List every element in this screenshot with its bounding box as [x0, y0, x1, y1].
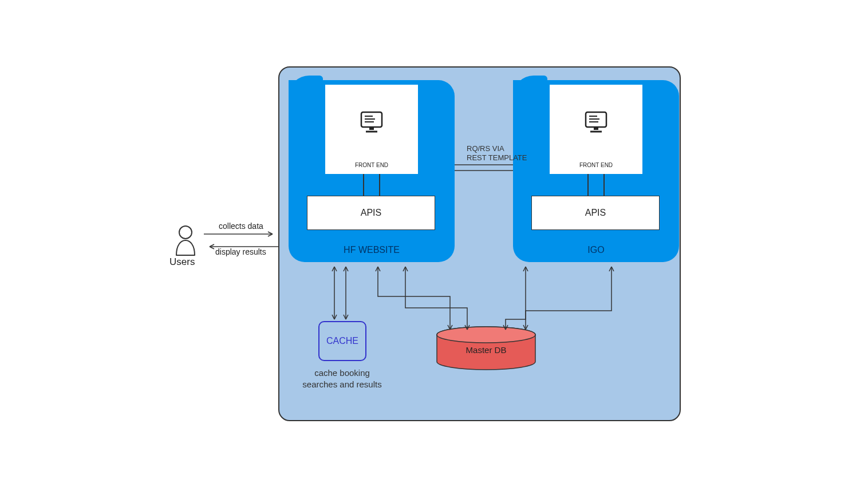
svg-rect-7 [369, 127, 374, 130]
module-title-igo: IGO [513, 245, 679, 255]
arrow-hf-cache [329, 262, 352, 323]
architecture-diagram: Users collects data display results [0, 0, 868, 499]
database-label: Master DB [435, 345, 537, 355]
label-collects: collects data [219, 221, 263, 231]
frontend-hf: FRONT END [325, 85, 418, 174]
users-label: Users [169, 256, 195, 268]
apis-igo: APIS [531, 196, 660, 230]
label-rqrs: RQ/RS VIA REST TEMPLATE [467, 144, 527, 162]
system-container: FRONT END APIS HF WEBSITE [278, 66, 681, 421]
cache-node: CACHE [318, 321, 366, 361]
arrow-igo-db [497, 262, 623, 336]
label-display: display results [215, 247, 266, 256]
apis-hf: APIS [307, 196, 435, 230]
monitor-icon [358, 108, 385, 135]
arrow-hf-db [377, 262, 457, 336]
conn-rqrs [455, 164, 513, 173]
monitor-icon [582, 108, 610, 135]
user-icon [173, 224, 198, 256]
cache-caption: cache booking searches and results [298, 367, 386, 390]
frontend-label-hf: FRONT END [325, 162, 418, 168]
svg-point-0 [179, 226, 192, 239]
arrow-collects [204, 231, 278, 237]
frontend-igo: FRONT END [550, 85, 642, 174]
svg-rect-13 [594, 127, 598, 130]
module-title-hf: HF WEBSITE [289, 245, 455, 255]
frontend-label-igo: FRONT END [550, 162, 642, 168]
